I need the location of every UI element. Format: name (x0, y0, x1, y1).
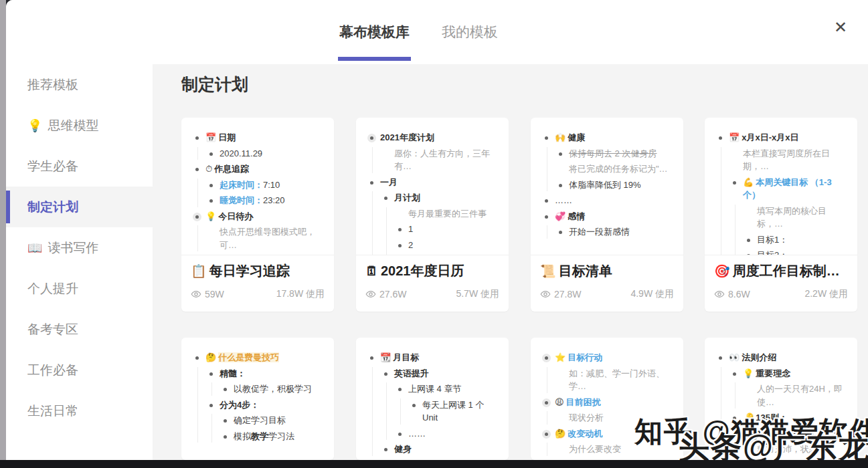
outline-node: 1*3+3*1+5*0.5=8.5H (744, 427, 848, 441)
eye-icon (540, 289, 551, 300)
outline-row: 愿你：人生有方向，三年有… (381, 147, 499, 173)
close-icon[interactable]: ✕ (832, 19, 849, 36)
outline-node: 快点开思维导图模式吧，可… (206, 225, 325, 251)
node-text: 7:10 (263, 180, 280, 190)
outline-node: 每月最重要的三件事 (395, 207, 499, 221)
bullet-dot (384, 197, 387, 200)
node-emoji-icon: 🔑 (743, 413, 754, 423)
bullet-dot (733, 181, 736, 185)
template-card-monthly-goals[interactable]: 📆月目标英语提升上网课 4 章节每天上网课 1 个 Unit……健身 (356, 338, 509, 460)
eye-icon (191, 289, 201, 300)
node-text: 分为4步： (220, 400, 259, 410)
node-text: 1*3+3*1+5*0.5=8.5H (757, 429, 837, 439)
outline-row: 🙌健康 (541, 131, 674, 144)
outline-row: 😩目前困扰 (541, 396, 674, 409)
bullet-dot (733, 417, 736, 420)
bullet-dot (545, 215, 548, 219)
template-card-weekly-work-goals[interactable]: 📅x月x日-x月x日本栏直接写周度所在日期，…💪本周关键目标 （1-3 个）填写… (705, 118, 857, 312)
node-text: 上网课 4 章节 (408, 384, 461, 394)
outline-children: 现状分析 (547, 411, 674, 425)
template-card-daily-study-tracker[interactable]: 📅日期2020.11.29⏱作息追踪起床时间：7:10睡觉时间：23:20💡今日… (181, 118, 334, 312)
card-title-text: 每日学习追踪 (209, 262, 290, 280)
view-count-value: 27.8W (554, 289, 581, 300)
outline-node: 2 (395, 239, 499, 252)
outline-node: 目标2： (744, 249, 848, 255)
outline-node: 将已完成的任务标记为"… (555, 162, 674, 176)
outline-row: 模拟教学学习法 (220, 430, 325, 443)
node-text: 每天上网课 1 个 Unit (422, 400, 484, 423)
outline-row: 人的一天只有24H，即使… (744, 382, 848, 408)
outline-node: 本栏直接写周度所在日期，… (729, 147, 848, 173)
sidebar-item[interactable]: 生活日常 (6, 390, 153, 431)
outline-node: 上网课 4 章节每天上网课 1 个 Unit (395, 382, 499, 425)
template-card-2021-calendar[interactable]: 2021年度计划愿你：人生有方向，三年有…一月月计划每月最重要的三件事123🗓2… (356, 118, 509, 312)
outline-row: 2021年度计划 (367, 131, 499, 144)
outline-children: 填写本周的核心目标，…目标1：目标2：目标3： (735, 205, 848, 256)
card-preview: 2021年度计划愿你：人生有方向，三年有…一月月计划每月最重要的三件事123 (356, 118, 509, 255)
outline-row: 👀法则介绍 (715, 351, 848, 364)
sidebar-item-label: 制定计划 (27, 199, 78, 216)
sidebar-item[interactable]: 💡思维模型 (6, 105, 153, 146)
sidebar-item[interactable]: 推荐模板 (6, 64, 153, 105)
outline-row: 1*3+3*1+5*0.5=8.5H (744, 427, 848, 441)
bullet-dot (195, 356, 199, 360)
card-footer: 🎯周度工作目标制…8.6W2.2W 使用 (705, 255, 857, 308)
tab-template-library[interactable]: 幕布模板库 (339, 0, 410, 64)
template-card-rule-intro[interactable]: 👀法则介绍💡重要理念人的一天只有24H，即使…🔑135则：1*3+3*1+5*0… (705, 338, 857, 460)
node-text: …… (408, 429, 426, 439)
bullet-dot (370, 136, 373, 140)
bullet-dot (209, 199, 213, 203)
tab-my-templates[interactable]: 我的模板 (442, 0, 498, 64)
outline-children: 每月最重要的三件事123 (386, 207, 499, 256)
sidebar-item-label: 学生必备 (27, 158, 78, 175)
bullet-dot (719, 356, 722, 360)
outline-children: 起床时间：7:10睡觉时间：23:20 (197, 179, 325, 207)
view-count: 8.6W (714, 289, 750, 300)
sidebar-item[interactable]: 学生必备 (6, 146, 153, 187)
card-stats: 8.6W2.2W 使用 (714, 288, 848, 300)
view-count-value: 27.6W (379, 289, 406, 300)
template-card-goal-list[interactable]: 🙌健康保持每周去 2 次健身房将已完成的任务标记为"…体脂率降低到 19%……💞… (531, 118, 683, 312)
outline-row: 2 (395, 239, 499, 252)
outline-row: 📆月目标 (367, 351, 499, 364)
view-count-value: 59W (205, 289, 224, 300)
outline-row: 保持每周去 2 次健身房 (555, 147, 674, 160)
sidebar-item-icon: 💡 (27, 118, 42, 133)
outline-node: 精髓：以教促学，积极学习 (206, 367, 325, 396)
outline-node: 以教促学，积极学习 (220, 382, 325, 396)
template-card-feynman-technique[interactable]: 🤔什么是费曼技巧精髓：以教促学，积极学习分为4步：确定学习目标模拟教学学习法 (181, 338, 334, 460)
node-text: 将已完成的任务标记为"… (569, 164, 668, 174)
outline-node: 如：减肥、学一门外语、学… (555, 367, 674, 393)
outline-node: 💡重要理念人的一天只有24H，即使… (729, 367, 848, 409)
outline-children: 以教促学，积极学习 (211, 382, 325, 396)
outline-row: 目标1： (744, 233, 848, 247)
sidebar-item[interactable]: 📖读书写作 (6, 227, 153, 268)
bullet-dot (224, 419, 227, 423)
card-title-icon: 🗓 (365, 264, 378, 279)
card-title-icon: 📋 (191, 263, 207, 279)
outline-node: 精力充沛，状态… (744, 443, 848, 456)
bullet-dot (209, 372, 213, 376)
sidebar-item[interactable]: 制定计划 (6, 187, 153, 227)
card-title-text: 周度工作目标制… (733, 262, 840, 280)
outline-row: 起床时间：7:10 (206, 179, 325, 192)
outline-row: …… (395, 427, 499, 441)
bullet-dot (209, 404, 213, 407)
outline-node: 开始一段新感情 (555, 225, 674, 239)
outline-node: 💡今日待办快点开思维导图模式吧，可… (192, 210, 325, 252)
sidebar-item[interactable]: 工作必备 (6, 350, 153, 390)
outline-node: 2020.11.29 (206, 147, 325, 160)
card-title: 🎯周度工作目标制… (714, 262, 848, 280)
outline-row: 本栏直接写周度所在日期，… (729, 147, 848, 173)
template-card-change-plan[interactable]: ⭐目标行动如：减肥、学一门外语、学…😩目前困扰现状分析🤔改变动机为什么要改变😍期… (531, 338, 683, 460)
card-title-icon: 🎯 (714, 263, 730, 279)
outline-children: 本栏直接写周度所在日期，…💪本周关键目标 （1-3 个）填写本周的核心目标，…目… (721, 147, 848, 256)
node-emoji-icon: 💪 (743, 177, 754, 187)
sidebar-item[interactable]: 个人提升 (6, 268, 153, 309)
card-preview: 📅日期2020.11.29⏱作息追踪起床时间：7:10睡觉时间：23:20💡今日… (181, 118, 334, 255)
eye-icon (714, 289, 725, 300)
outline-node: 现状分析 (555, 411, 674, 425)
node-text: 目标1： (757, 235, 788, 245)
outline-node: ⭐目标行动如：减肥、学一门外语、学… (541, 351, 674, 393)
sidebar-item[interactable]: 备考专区 (6, 309, 153, 350)
